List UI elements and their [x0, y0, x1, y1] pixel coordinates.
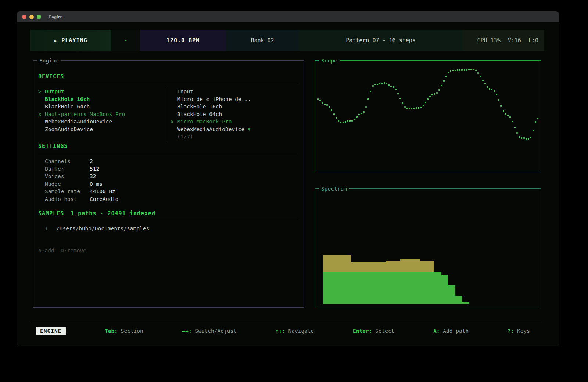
device-indent [171, 133, 177, 141]
scope-dot [445, 76, 447, 77]
device-indent [171, 103, 177, 111]
device-row[interactable]: >Output [38, 88, 166, 96]
samples-heading-label: SAMPLES [38, 210, 64, 217]
scope-dot [498, 99, 499, 101]
scope-dot [503, 110, 504, 112]
scope-dot [438, 89, 440, 91]
scope-dot [361, 113, 362, 114]
scope-dot [397, 93, 399, 94]
scope-dot [528, 138, 529, 140]
engine-panel-body: DEVICES >OutputBlackHole 16chBlackHole 6… [33, 61, 304, 307]
device-row[interactable]: BlackHole 64ch [171, 111, 298, 118]
spectrum-olive-band [351, 262, 386, 272]
scope-dot [514, 127, 516, 128]
scope-dot [470, 69, 472, 70]
scope-dot [423, 105, 424, 106]
setting-row[interactable]: Sample rate44100 Hz [38, 188, 298, 195]
scope-dot [381, 83, 383, 84]
active-mark-icon: x [38, 111, 45, 118]
engine-panel: Engine DEVICES >OutputBlackHole 16chBlac… [33, 60, 304, 308]
device-row[interactable]: WebexMediaAudioDevice [38, 118, 166, 126]
scope-dot [406, 108, 408, 109]
samples-summary: 1 paths · 20491 indexed [71, 210, 155, 217]
scope-dot [516, 132, 518, 134]
scope-dot [512, 121, 513, 122]
scope-dot [354, 119, 355, 120]
cpu-stat: CPU 13% [477, 37, 501, 44]
scope-dot [351, 120, 353, 122]
device-row[interactable]: ZoomAudioDevice [38, 126, 166, 133]
device-indent [38, 118, 45, 126]
device-row[interactable]: BlackHole 16ch [171, 103, 298, 111]
scope-dot [496, 94, 497, 96]
keybar-binding: Enter: Select [353, 328, 395, 334]
scope-dot [489, 88, 490, 90]
device-row[interactable]: Input [171, 88, 298, 96]
bpm-display[interactable]: 120.0 BPM [140, 30, 226, 51]
scope-dot [395, 89, 397, 90]
scope-dot [484, 83, 486, 84]
device-row[interactable]: WebexMediaAudioDevice▼ [171, 126, 298, 133]
spectrum-green-band [462, 302, 469, 304]
scope-dot [377, 84, 378, 85]
device-row[interactable]: xMicro MacBook Pro [171, 118, 298, 126]
keybar-binding: ↑↓: Navigate [276, 328, 314, 334]
bank-value: Bank 02 [251, 37, 274, 44]
scope-dot [338, 120, 339, 122]
sample-path-row[interactable]: 1/Users/bubo/Documents/samples [38, 225, 298, 233]
scope-waveform [315, 61, 541, 173]
scope-dot [402, 102, 403, 104]
scope-dot [455, 70, 456, 71]
scope-dot [475, 70, 477, 71]
device-row[interactable]: xHaut-parleurs MacBook Pro [38, 111, 166, 118]
titlebar[interactable]: Cagire [17, 11, 559, 22]
maximize-button[interactable] [37, 15, 41, 19]
scope-dot [443, 80, 445, 82]
scope-dot [358, 114, 360, 115]
spectrum-green-band [448, 285, 455, 304]
scope-dot [336, 117, 337, 119]
keybar-desc: Navigate [285, 328, 314, 334]
device-row[interactable]: BlackHole 64ch [38, 103, 166, 111]
bank-display[interactable]: Bank 02 [226, 30, 299, 51]
device-label: BlackHole 16ch [45, 96, 90, 103]
setting-label: Channels [45, 158, 90, 165]
transport-status[interactable]: ▶ PLAYING [30, 30, 111, 51]
pattern-display[interactable]: Pattern 07 - 16 steps [299, 30, 463, 51]
close-button[interactable] [22, 15, 26, 19]
scope-dot [507, 115, 509, 116]
setting-row[interactable]: Buffer512 [38, 165, 298, 173]
scope-dot [363, 111, 365, 113]
setting-label: Audio host [45, 195, 90, 203]
setting-row[interactable]: Voices32 [38, 173, 298, 180]
scope-dot [535, 121, 536, 123]
device-label: ZoomAudioDevice [45, 126, 93, 133]
device-row[interactable]: Micro de « iPhone de... [171, 96, 298, 103]
setting-row[interactable]: Audio hostCoreAudio [38, 195, 298, 203]
setting-value: 32 [90, 173, 96, 180]
scope-dot [429, 96, 431, 97]
scope-dot [509, 116, 511, 118]
scope-dot [425, 102, 426, 103]
keybar: ENGINE Tab: Section←→: Switch/Adjust↑↓: … [32, 323, 542, 338]
scope-dot [533, 130, 534, 131]
setting-row[interactable]: Channels2 [38, 158, 298, 165]
keybar-binding: A: Add path [433, 328, 469, 334]
device-filter-icon: ▼ [248, 126, 250, 133]
active-mark-icon: x [171, 118, 177, 126]
device-label: BlackHole 64ch [177, 111, 222, 118]
scope-dot [399, 98, 401, 99]
settings-heading: SETTINGS [38, 143, 298, 149]
device-indent [171, 111, 177, 118]
scope-dot [347, 120, 348, 122]
device-row[interactable]: BlackHole 16ch [38, 96, 166, 103]
device-indent [38, 126, 45, 133]
samples-hint: A:add D:remove [38, 248, 298, 253]
setting-row[interactable]: Nudge0 ms [38, 180, 298, 188]
scope-dot [491, 89, 492, 90]
scope-dot [418, 107, 419, 109]
scope-dot [319, 100, 321, 101]
setting-label: Sample rate [45, 188, 90, 195]
minimize-button[interactable] [29, 15, 34, 19]
scope-dot [521, 137, 522, 139]
